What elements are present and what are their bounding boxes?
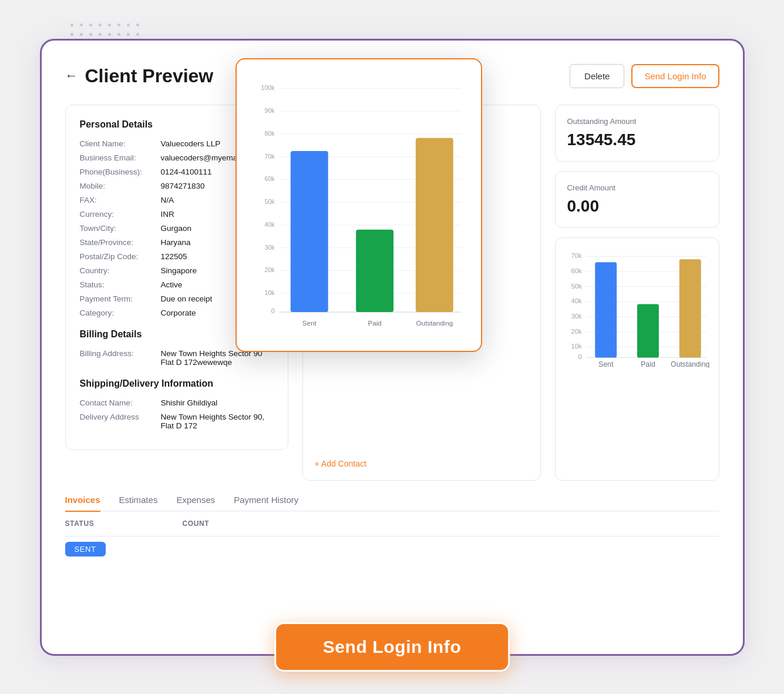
- tabs-nav: Invoices Estimates Expenses Payment Hist…: [65, 495, 719, 512]
- shipping-title: Shipping/Delivery Information: [80, 378, 274, 389]
- tab-payment-history[interactable]: Payment History: [234, 495, 298, 512]
- delete-button[interactable]: Delete: [570, 64, 624, 88]
- field-value: Active: [161, 280, 183, 289]
- svg-text:Outstanding: Outstanding: [671, 360, 709, 367]
- field-label: Country:: [80, 266, 156, 275]
- svg-text:0: 0: [578, 353, 581, 360]
- svg-text:Paid: Paid: [368, 319, 381, 327]
- credit-value: 0.00: [567, 197, 707, 216]
- field-label: Mobile:: [80, 182, 156, 190]
- field-value: Corporate: [161, 309, 196, 317]
- svg-rect-18: [679, 259, 701, 357]
- svg-rect-46: [415, 138, 453, 311]
- back-arrow-icon[interactable]: ←: [65, 68, 78, 83]
- field-value: 0124-4100111: [161, 167, 212, 176]
- field-label: Delivery Address: [80, 413, 156, 430]
- field-label: Status:: [80, 280, 156, 289]
- status-badge-sent: Sent: [65, 542, 106, 556]
- detail-row: Contact Name: Shishir Ghildiyal: [80, 398, 274, 407]
- svg-text:90k: 90k: [264, 107, 275, 114]
- send-login-button-header[interactable]: Send Login Info: [631, 64, 719, 88]
- svg-text:80k: 80k: [264, 129, 275, 136]
- shipping-section: Shipping/Delivery Information Contact Na…: [80, 378, 274, 430]
- back-title-group: ← Client Preview: [65, 65, 214, 87]
- field-value: Valuecoders LLP: [161, 139, 221, 148]
- right-column: Outstanding Amount 13545.45 Credit Amoun…: [555, 105, 719, 481]
- svg-text:40k: 40k: [571, 297, 582, 304]
- field-value: Singapore: [161, 266, 197, 275]
- svg-rect-16: [595, 262, 617, 357]
- detail-row: Delivery Address New Town Heights Sector…: [80, 413, 274, 430]
- field-value: Haryana: [161, 238, 191, 247]
- credit-label: Credit Amount: [567, 183, 707, 192]
- svg-text:30k: 30k: [571, 312, 582, 319]
- svg-text:50k: 50k: [571, 282, 582, 289]
- tab-invoices[interactable]: Invoices: [65, 495, 100, 512]
- field-value: New Town Heights Sector 90, Flat D 172: [161, 413, 274, 430]
- send-login-large-button[interactable]: Send Login Info: [274, 622, 510, 672]
- chart-popup: 100k 90k 80k 70k 60k 50k 40k 30k 20k 10k…: [235, 58, 482, 352]
- outstanding-amount-card: Outstanding Amount 13545.45: [555, 105, 719, 162]
- table-header: STATUS COUNT: [65, 511, 719, 537]
- field-label: FAX:: [80, 196, 156, 204]
- field-value: Gurgaon: [161, 224, 192, 233]
- field-label: Payment Term:: [80, 294, 156, 303]
- svg-text:Paid: Paid: [641, 360, 655, 367]
- credit-amount-card: Credit Amount 0.00: [555, 171, 719, 228]
- field-value: 122505: [161, 252, 187, 261]
- main-card: ← Client Preview Delete Send Login Info …: [40, 39, 745, 656]
- field-label: Category:: [80, 309, 156, 317]
- outstanding-label: Outstanding Amount: [567, 117, 707, 126]
- svg-text:70k: 70k: [571, 252, 582, 259]
- field-label: Contact Name:: [80, 398, 156, 407]
- field-value: 9874271830: [161, 182, 205, 190]
- svg-text:40k: 40k: [264, 220, 275, 227]
- field-label: Billing Address:: [80, 349, 156, 367]
- column-status-header: STATUS: [65, 519, 183, 528]
- svg-text:10k: 10k: [571, 343, 582, 350]
- mini-chart-svg: 70k 60k 50k 40k 30k 20k 10k 0: [565, 247, 709, 368]
- header-actions: Delete Send Login Info: [570, 64, 719, 88]
- field-label: Client Name:: [80, 139, 156, 148]
- table-section: STATUS COUNT Sent: [65, 511, 719, 562]
- svg-text:Sent: Sent: [598, 360, 614, 367]
- field-label: Town/City:: [80, 224, 156, 233]
- tabs-section: Invoices Estimates Expenses Payment Hist…: [65, 495, 719, 512]
- svg-rect-17: [637, 304, 659, 357]
- chart-popup-svg: 100k 90k 80k 70k 60k 50k 40k 30k 20k 10k…: [251, 73, 467, 337]
- field-label: Currency:: [80, 210, 156, 219]
- mini-chart-card: 70k 60k 50k 40k 30k 20k 10k 0: [555, 237, 719, 481]
- field-value: Due on receipt: [161, 294, 213, 303]
- svg-text:60k: 60k: [571, 267, 582, 274]
- tab-estimates[interactable]: Estimates: [119, 495, 158, 512]
- outstanding-value: 13545.45: [567, 130, 707, 149]
- field-value: INR: [161, 210, 174, 219]
- field-label: Phone(Business):: [80, 167, 156, 176]
- svg-text:100k: 100k: [261, 84, 275, 91]
- svg-text:Outstanding: Outstanding: [416, 319, 453, 327]
- svg-text:50k: 50k: [264, 198, 275, 205]
- status-cell: Sent: [65, 545, 183, 554]
- svg-text:70k: 70k: [264, 152, 275, 159]
- svg-text:60k: 60k: [264, 175, 275, 182]
- field-value: Shishir Ghildiyal: [161, 398, 218, 407]
- add-contact-button[interactable]: + Add Contact: [315, 459, 529, 468]
- svg-text:30k: 30k: [264, 243, 275, 250]
- svg-rect-45: [356, 229, 393, 311]
- svg-text:20k: 20k: [264, 266, 275, 273]
- field-value: N/A: [161, 196, 174, 204]
- page-title: Client Preview: [85, 65, 214, 87]
- send-login-large-wrapper: Send Login Info: [274, 622, 510, 672]
- field-label: Business Email:: [80, 153, 156, 162]
- tab-expenses[interactable]: Expenses: [176, 495, 215, 512]
- svg-text:Sent: Sent: [302, 319, 317, 327]
- svg-text:0: 0: [271, 307, 274, 314]
- field-label: State/Province:: [80, 238, 156, 247]
- svg-text:20k: 20k: [571, 327, 582, 334]
- svg-text:10k: 10k: [264, 289, 275, 296]
- table-row: Sent: [65, 537, 719, 562]
- column-count-header: COUNT: [183, 519, 210, 528]
- svg-rect-44: [290, 151, 328, 312]
- field-label: Postal/Zip Code:: [80, 252, 156, 261]
